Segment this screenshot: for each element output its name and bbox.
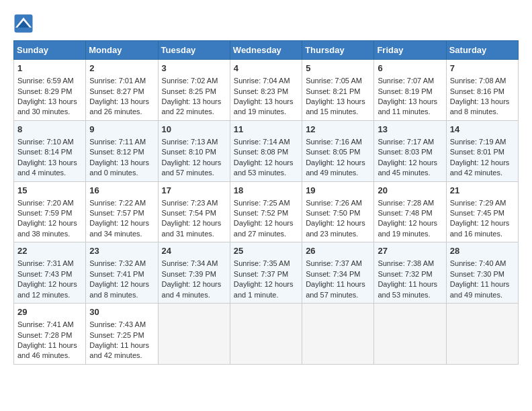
calendar-cell: 18Sunrise: 7:25 AMSunset: 7:52 PMDayligh… (230, 181, 302, 242)
day-header-sunday: Sunday (14, 41, 86, 60)
day-number: 18 (234, 185, 298, 197)
calendar-cell: 9Sunrise: 7:11 AMSunset: 8:12 PMDaylight… (86, 120, 158, 181)
calendar-cell: 3Sunrise: 7:02 AMSunset: 8:25 PMDaylight… (158, 60, 230, 121)
cell-text: Daylight: 12 hours (162, 218, 226, 228)
cell-text: Sunset: 7:34 PM (306, 269, 370, 279)
cell-text: and 22 minutes. (162, 107, 226, 117)
calendar-cell: 21Sunrise: 7:29 AMSunset: 7:45 PMDayligh… (446, 181, 518, 242)
calendar-week-1: 1Sunrise: 6:59 AMSunset: 8:29 PMDaylight… (14, 60, 519, 121)
cell-text: and 8 minutes. (89, 290, 154, 300)
cell-text: Sunset: 8:25 PM (162, 87, 226, 97)
cell-text: and 15 minutes. (306, 107, 370, 117)
cell-text: Sunset: 8:10 PM (162, 147, 226, 157)
cell-text: and 53 minutes. (378, 290, 442, 300)
calendar-week-2: 8Sunrise: 7:10 AMSunset: 8:14 PMDaylight… (14, 120, 519, 181)
calendar-cell: 20Sunrise: 7:28 AMSunset: 7:48 PMDayligh… (374, 181, 446, 242)
cell-text: Daylight: 13 hours (378, 97, 442, 107)
calendar-cell: 6Sunrise: 7:07 AMSunset: 8:19 PMDaylight… (374, 60, 446, 121)
cell-text: Daylight: 12 hours (17, 279, 82, 289)
cell-text: and 46 minutes. (17, 351, 82, 361)
cell-text: Sunrise: 7:26 AM (306, 198, 370, 208)
cell-text: Daylight: 12 hours (17, 218, 82, 228)
cell-text: Sunrise: 7:10 AM (17, 137, 82, 147)
day-number: 4 (234, 62, 298, 75)
day-number: 20 (378, 185, 442, 197)
cell-text: Sunset: 8:23 PM (234, 87, 298, 97)
cell-text: and 42 minutes. (450, 168, 515, 178)
cell-text: Sunset: 7:32 PM (378, 269, 442, 279)
cell-text: and 0 minutes. (89, 168, 154, 178)
calendar-cell: 19Sunrise: 7:26 AMSunset: 7:50 PMDayligh… (302, 181, 374, 242)
calendar-cell: 4Sunrise: 7:04 AMSunset: 8:23 PMDaylight… (230, 60, 302, 121)
cell-text: Sunrise: 7:14 AM (234, 137, 298, 147)
cell-text: Sunrise: 7:38 AM (378, 259, 442, 269)
day-number: 15 (17, 185, 82, 197)
calendar-cell: 7Sunrise: 7:08 AMSunset: 8:16 PMDaylight… (446, 60, 518, 121)
day-number: 12 (306, 124, 370, 136)
cell-text: Sunrise: 7:34 AM (162, 259, 226, 269)
cell-text: Sunrise: 7:07 AM (378, 76, 442, 86)
cell-text: Sunset: 7:30 PM (450, 269, 515, 279)
day-number: 10 (162, 124, 226, 136)
cell-text: Daylight: 12 hours (234, 279, 298, 289)
day-number: 27 (378, 245, 442, 257)
cell-text: Sunset: 7:57 PM (89, 208, 154, 218)
cell-text: Daylight: 12 hours (234, 218, 298, 228)
calendar-cell (446, 304, 518, 365)
calendar-cell: 14Sunrise: 7:19 AMSunset: 8:01 PMDayligh… (446, 120, 518, 181)
calendar-cell: 16Sunrise: 7:22 AMSunset: 7:57 PMDayligh… (86, 181, 158, 242)
calendar-cell: 2Sunrise: 7:01 AMSunset: 8:27 PMDaylight… (86, 60, 158, 121)
calendar-week-4: 22Sunrise: 7:31 AMSunset: 7:43 PMDayligh… (14, 242, 519, 304)
cell-text: Daylight: 13 hours (450, 97, 515, 107)
cell-text: Sunset: 8:05 PM (306, 147, 370, 157)
cell-text: Sunset: 7:48 PM (378, 208, 442, 218)
cell-text: and 38 minutes. (17, 229, 82, 239)
day-number: 30 (89, 306, 154, 318)
cell-text: Daylight: 11 hours (89, 340, 154, 351)
day-number: 28 (450, 245, 515, 257)
cell-text: Daylight: 12 hours (89, 279, 154, 289)
calendar-cell (158, 304, 230, 365)
calendar-cell: 15Sunrise: 7:20 AMSunset: 7:59 PMDayligh… (14, 181, 86, 242)
calendar-cell: 28Sunrise: 7:40 AMSunset: 7:30 PMDayligh… (446, 242, 518, 304)
day-number: 16 (89, 185, 154, 197)
cell-text: Sunset: 7:39 PM (162, 269, 226, 279)
cell-text: Sunset: 8:19 PM (378, 87, 442, 97)
cell-text: Daylight: 13 hours (89, 158, 154, 168)
logo (13, 13, 36, 34)
calendar-cell: 22Sunrise: 7:31 AMSunset: 7:43 PMDayligh… (14, 242, 86, 304)
cell-text: and 49 minutes. (306, 168, 370, 178)
day-number: 19 (306, 185, 370, 197)
day-number: 2 (89, 62, 154, 75)
cell-text: Sunrise: 7:31 AM (17, 259, 82, 269)
cell-text: Sunset: 7:41 PM (89, 269, 154, 279)
calendar-cell: 27Sunrise: 7:38 AMSunset: 7:32 PMDayligh… (374, 242, 446, 304)
cell-text: Sunset: 7:37 PM (234, 269, 298, 279)
cell-text: Daylight: 12 hours (378, 158, 442, 168)
day-number: 6 (378, 62, 442, 75)
cell-text: Sunrise: 7:13 AM (162, 137, 226, 147)
day-number: 9 (89, 124, 154, 136)
cell-text: Daylight: 13 hours (306, 97, 370, 107)
calendar-week-3: 15Sunrise: 7:20 AMSunset: 7:59 PMDayligh… (14, 181, 519, 242)
day-header-tuesday: Tuesday (158, 41, 230, 60)
cell-text: Sunrise: 7:02 AM (162, 76, 226, 86)
day-number: 7 (450, 62, 515, 75)
cell-text: Sunset: 8:16 PM (450, 87, 515, 97)
cell-text: Daylight: 13 hours (162, 97, 226, 107)
cell-text: and 19 minutes. (234, 107, 298, 117)
cell-text: Daylight: 12 hours (234, 158, 298, 168)
day-number: 14 (450, 124, 515, 136)
cell-text: Sunrise: 7:25 AM (234, 198, 298, 208)
cell-text: and 23 minutes. (306, 229, 370, 239)
cell-text: Sunrise: 7:20 AM (17, 198, 82, 208)
day-number: 5 (306, 62, 370, 75)
cell-text: Sunset: 8:29 PM (17, 87, 82, 97)
day-header-saturday: Saturday (446, 41, 518, 60)
cell-text: Daylight: 12 hours (162, 158, 226, 168)
day-number: 23 (89, 245, 154, 257)
calendar-table: SundayMondayTuesdayWednesdayThursdayFrid… (13, 40, 519, 365)
cell-text: Sunrise: 7:17 AM (378, 137, 442, 147)
cell-text: Sunset: 7:52 PM (234, 208, 298, 218)
day-header-friday: Friday (374, 41, 446, 60)
